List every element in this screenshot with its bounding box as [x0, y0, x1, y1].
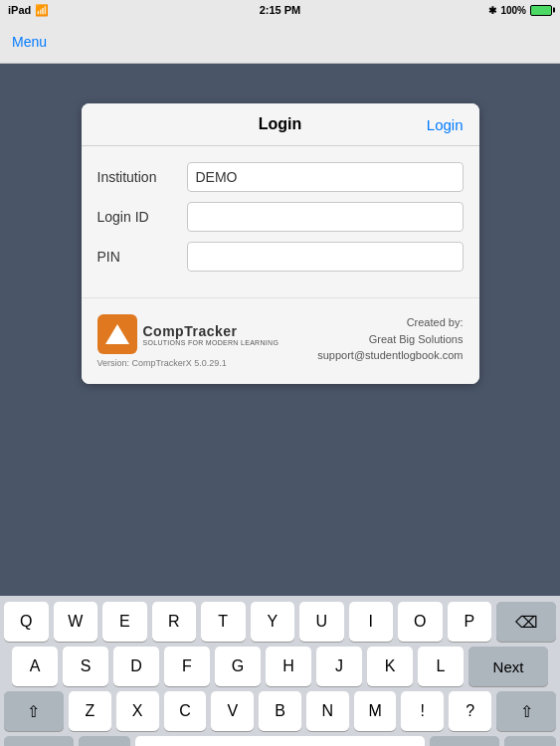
key-t[interactable]: T: [201, 602, 246, 642]
nav-bar: Menu: [0, 20, 560, 64]
key-z[interactable]: Z: [69, 691, 111, 731]
comptracker-icon: [97, 314, 137, 354]
key-d[interactable]: D: [113, 647, 159, 686]
logo-text: CompTracker Solutions for Modern Learnin…: [143, 323, 280, 346]
menu-button[interactable]: Menu: [12, 34, 47, 50]
key-p[interactable]: P: [448, 602, 492, 642]
bluetooth-icon: ✱: [488, 5, 496, 16]
login-footer: CompTracker Solutions for Modern Learnin…: [82, 297, 479, 384]
key-m[interactable]: M: [354, 691, 397, 731]
key-h[interactable]: H: [266, 647, 311, 686]
ipad-label: iPad: [8, 4, 31, 16]
login-card: Login Login Institution Login ID PIN: [82, 103, 479, 384]
battery-icon: [530, 5, 552, 16]
key-mic[interactable]: 🎤: [79, 736, 130, 746]
main-content: Login Login Institution Login ID PIN: [0, 64, 560, 596]
key-s[interactable]: S: [63, 647, 108, 686]
loginid-row: Login ID: [97, 202, 464, 232]
triangle-icon: [105, 324, 129, 344]
login-card-body: Institution Login ID PIN: [82, 146, 479, 297]
key-j[interactable]: J: [316, 647, 362, 686]
key-x[interactable]: X: [116, 691, 159, 731]
key-shift-right[interactable]: ⇧: [496, 691, 556, 731]
logo-area: CompTracker Solutions for Modern Learnin…: [97, 314, 318, 368]
keyboard-row-3: ⇧ Z X C V B N M ! ? ⇧: [4, 691, 556, 731]
company-name: Great Big Solutions: [317, 331, 463, 348]
key-shift-left[interactable]: ⇧: [4, 691, 64, 731]
logo-tagline: Solutions for Modern Learning: [143, 339, 280, 346]
institution-input[interactable]: [187, 162, 464, 192]
key-r[interactable]: R: [152, 602, 197, 642]
key-exclaim[interactable]: !: [401, 691, 444, 731]
key-g[interactable]: G: [215, 647, 261, 686]
key-numbers-right[interactable]: .?123: [430, 736, 499, 746]
keyboard-bottom-row: .?123 🎤 .?123 ⌨: [4, 736, 556, 746]
status-bar: iPad 📶 2:15 PM ✱ 100%: [0, 0, 560, 20]
key-l[interactable]: L: [418, 647, 464, 686]
key-delete[interactable]: ⌫: [496, 602, 556, 642]
time-display: 2:15 PM: [260, 4, 301, 16]
key-i[interactable]: I: [349, 602, 394, 642]
loginid-input[interactable]: [187, 202, 464, 232]
key-w[interactable]: W: [54, 602, 98, 642]
key-q[interactable]: Q: [4, 602, 49, 642]
login-card-header: Login Login: [82, 103, 479, 146]
key-a[interactable]: A: [12, 647, 58, 686]
key-k[interactable]: K: [367, 647, 413, 686]
key-c[interactable]: C: [164, 691, 207, 731]
key-f[interactable]: F: [164, 647, 210, 686]
support-email: support@studentlogbook.com: [317, 347, 463, 364]
wifi-icon: 📶: [35, 4, 49, 17]
version-text: Version: CompTrackerX 5.0.29.1: [97, 358, 318, 368]
login-card-title: Login: [259, 115, 302, 133]
key-v[interactable]: V: [211, 691, 254, 731]
logo-box: CompTracker Solutions for Modern Learnin…: [97, 314, 318, 354]
logo-name: CompTracker: [143, 323, 280, 339]
loginid-label: Login ID: [97, 209, 187, 225]
key-y[interactable]: Y: [251, 602, 295, 642]
created-area: Created by: Great Big Solutions support@…: [317, 314, 463, 364]
key-keyboard-dismiss[interactable]: ⌨: [504, 736, 556, 746]
key-u[interactable]: U: [299, 602, 344, 642]
keyboard: Q W E R T Y U I O P ⌫ A S D F G H J K L …: [0, 596, 560, 746]
key-numbers-left[interactable]: .?123: [4, 736, 74, 746]
key-n[interactable]: N: [306, 691, 349, 731]
keyboard-row-2: A S D F G H J K L Next: [4, 647, 556, 686]
pin-label: PIN: [97, 249, 187, 265]
pin-row: PIN: [97, 242, 464, 272]
created-by-label: Created by:: [317, 314, 463, 331]
key-b[interactable]: B: [259, 691, 301, 731]
key-e[interactable]: E: [102, 602, 147, 642]
key-next[interactable]: Next: [468, 647, 548, 686]
institution-row: Institution: [97, 162, 464, 192]
keyboard-row-1: Q W E R T Y U I O P ⌫: [4, 602, 556, 642]
battery-percent: 100%: [500, 5, 526, 16]
key-o[interactable]: O: [398, 602, 443, 642]
institution-label: Institution: [97, 169, 187, 185]
key-question[interactable]: ?: [449, 691, 491, 731]
pin-input[interactable]: [187, 242, 464, 272]
key-space[interactable]: [135, 736, 425, 746]
login-button[interactable]: Login: [427, 116, 464, 133]
